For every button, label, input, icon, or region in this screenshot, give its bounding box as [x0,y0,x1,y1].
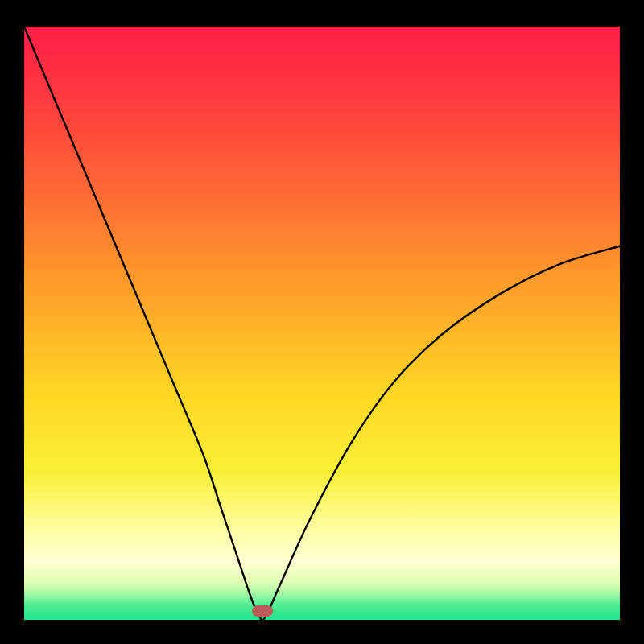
plot-area [24,27,620,620]
optimal-marker [252,605,273,617]
curve-layer [24,27,620,620]
bottleneck-curve [24,27,620,620]
